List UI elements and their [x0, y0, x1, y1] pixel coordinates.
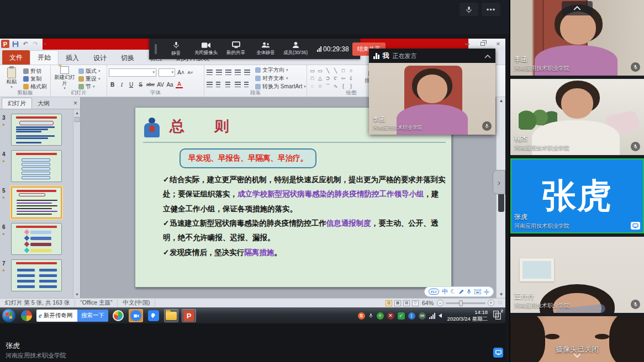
redo-icon[interactable]: ↷ [31, 40, 39, 48]
screen-share-indicator-icon[interactable] [493, 348, 503, 358]
slide-thumbnail-7[interactable]: 7✦ [11, 259, 72, 291]
stage-more-button[interactable]: ••• [482, 3, 500, 16]
speaker-overlay-window[interactable]: 我 正在发言 李函 河南应用技术职业学院 [369, 49, 495, 135]
clipboard-item[interactable]: 剪切 [23, 67, 47, 75]
next-slide-flyout-button[interactable]: › [493, 170, 505, 194]
slide-thumbnail-6[interactable]: 6✦ [11, 223, 72, 255]
view-reading-button[interactable]: ▤ [403, 300, 410, 306]
align-button[interactable] [215, 81, 223, 88]
ribbon-tab[interactable]: 插入 [59, 51, 86, 65]
font-style-button[interactable]: I [118, 81, 125, 88]
chevron-down-icon[interactable] [573, 350, 581, 360]
taskbar-app-meeting[interactable] [129, 309, 143, 322]
font-style-button[interactable]: abe [146, 81, 155, 88]
ribbon-tab[interactable]: 设计 [86, 51, 114, 65]
view-normal-button[interactable]: ▥ [386, 300, 392, 306]
battery-icon[interactable] [419, 312, 426, 320]
sidebar-collapse-button[interactable] [562, 1, 593, 15]
zoom-slider-thumb[interactable] [459, 300, 463, 306]
participant-tile-鞠杰[interactable]: 鞠杰河南应用技术职业学院 [510, 79, 644, 155]
minimize-button[interactable] [462, 40, 472, 47]
meeting-members-button[interactable]: 成员(30/36) [281, 41, 310, 56]
ribbon-tab[interactable]: 切换 [114, 51, 141, 65]
meeting-muteall-button[interactable]: 全体静音 [251, 41, 281, 56]
search-go-button[interactable]: 搜索一下 [77, 310, 108, 322]
participant-tile-李函[interactable]: 李函河南应用技术职业学院 [510, 0, 644, 76]
ime-pen-icon[interactable] [458, 289, 464, 295]
view-sorter-button[interactable]: ▦ [394, 300, 401, 306]
font-style-button[interactable]: A [176, 81, 183, 88]
qat-dropdown-icon[interactable]: ▾ [41, 40, 49, 48]
taskbar-app-colorwheel[interactable] [19, 309, 34, 322]
align-button[interactable] [244, 81, 251, 88]
list-button[interactable] [234, 69, 241, 76]
font-style-button[interactable]: B [109, 81, 116, 88]
grow-font-button[interactable]: A˄ [177, 68, 184, 76]
tray-plus-icon[interactable]: + [377, 312, 384, 320]
taskbar-app-phone[interactable] [146, 309, 161, 322]
ribbon-tab[interactable]: 开始 [30, 50, 59, 65]
stage-mic-button[interactable] [460, 3, 478, 16]
slide-thumbnail-3[interactable]: 3✦ [11, 114, 72, 146]
align-button[interactable] [206, 81, 213, 88]
list-button[interactable] [244, 69, 251, 76]
close-button[interactable]: ✕ [493, 40, 503, 47]
meeting-share-button[interactable]: 新的共享 [221, 41, 251, 56]
shapes-gallery[interactable]: ▭▭╲╲□○ □△ϽϚ⇦⇩ ◌☆⌒∿{} [309, 67, 355, 90]
font-style-button[interactable]: S [137, 81, 144, 88]
meeting-camera-button[interactable]: 关闭摄像头 [191, 42, 221, 56]
scroll-down-icon[interactable]: ▼ [498, 291, 504, 297]
align-button[interactable] [225, 81, 232, 88]
scroll-up-icon[interactable]: ▲ [75, 110, 80, 115]
fit-to-window-button[interactable]: ⛶ [497, 300, 503, 306]
scroll-up-icon[interactable]: ▲ [498, 98, 504, 104]
ime-mic-icon[interactable] [466, 289, 472, 295]
ime-logo[interactable]: FLY [429, 289, 439, 295]
list-button[interactable] [215, 69, 223, 76]
font-style-button[interactable]: AV [157, 81, 164, 88]
toolbar-drag-handle[interactable] [155, 44, 157, 54]
tray-shield-icon[interactable]: ✓ [398, 312, 405, 320]
search-box[interactable]: e 新开传奇网 [36, 310, 77, 322]
panel-scrollbar[interactable]: ▲ ▼ [73, 109, 80, 298]
network-signal-icon[interactable] [429, 313, 435, 319]
save-icon[interactable] [12, 40, 19, 48]
paste-button[interactable]: 粘贴▾ [2, 66, 22, 91]
tray-pinwheel-icon[interactable]: ✕ [387, 312, 394, 320]
list-button[interactable] [225, 69, 232, 76]
view-slideshow-button[interactable]: ▽ [412, 300, 419, 306]
slide-thumbnail-5[interactable]: 5✦ [11, 187, 72, 219]
taskbar-app-browser[interactable] [111, 309, 125, 322]
ime-lang-toggle[interactable]: 中 [442, 288, 448, 296]
editor-scrollbar[interactable]: ▲ ▼ [496, 97, 505, 298]
clipboard-item[interactable]: 复制 [23, 75, 47, 83]
new-slide-button[interactable]: 新建幻灯片▾ [52, 66, 77, 91]
volume-icon[interactable] [439, 313, 442, 318]
sogou-icon[interactable]: S [358, 312, 365, 320]
taskbar-app-explorer[interactable] [164, 309, 178, 322]
font-style-button[interactable]: Aa [166, 81, 173, 88]
ime-keyboard-icon[interactable] [474, 289, 481, 294]
scroll-down-icon[interactable]: ▼ [75, 292, 80, 297]
paragraph-item[interactable]: 文字方向▾ [255, 66, 306, 74]
slides-item[interactable]: 版式▾ [78, 67, 101, 75]
paragraph-item[interactable]: 对齐文本▾ [255, 74, 306, 82]
participant-tile-王丹丹[interactable]: 王丹丹河南应用技术职业学院 [510, 237, 644, 313]
ribbon-tab[interactable]: 文件 [2, 50, 30, 65]
zoom-out-button[interactable]: − [437, 300, 444, 306]
ime-night-icon[interactable]: ☾ [450, 288, 456, 295]
collapse-chevron-up-icon[interactable] [484, 51, 491, 61]
tab-slides[interactable]: 幻灯片 [2, 98, 32, 109]
tray-mic-icon[interactable] [368, 312, 373, 319]
start-button[interactable] [2, 309, 15, 322]
zoom-in-button[interactable]: + [488, 300, 494, 306]
undo-icon[interactable]: ↶ [22, 40, 29, 48]
list-button[interactable] [206, 69, 213, 76]
font-size-select[interactable]: ▾ [159, 68, 175, 77]
participant-tile-张虎[interactable]: 张虎张虎河南应用技术职业学院 [510, 158, 644, 233]
restore-button[interactable] [478, 40, 488, 47]
panel-close-icon[interactable]: × [73, 99, 77, 107]
ime-settings-gear-icon[interactable] [484, 289, 489, 295]
tab-outline[interactable]: 大纲 [32, 98, 55, 109]
taskbar-app-powerpoint[interactable]: P [182, 309, 196, 322]
